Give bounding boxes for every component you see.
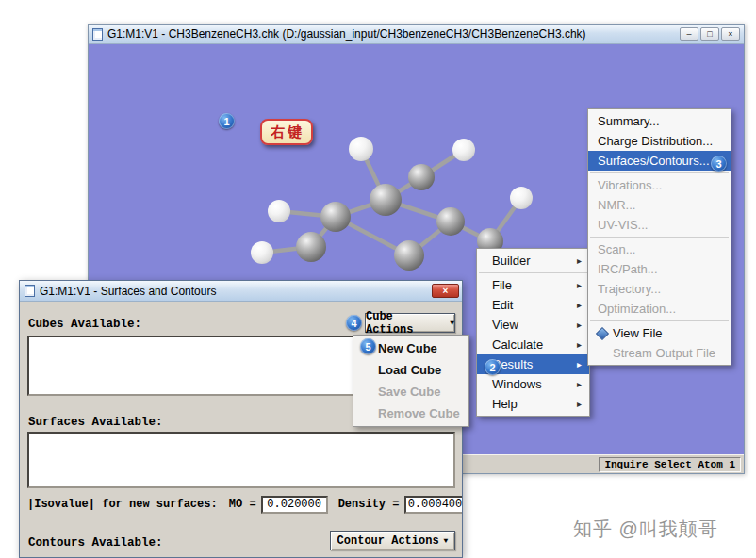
step-badge-1: 1 (219, 113, 235, 129)
zhihu-watermark: 知乎 @叫我颠哥 (573, 517, 718, 542)
menu-item-stream-output-file[interactable]: Stream Output File (588, 343, 731, 363)
density-label: Density = (338, 498, 400, 511)
menu-item-trajectory[interactable]: Trajectory... (588, 279, 731, 299)
dialog-title: G1:M1:V1 - Surfaces and Contours (40, 285, 432, 298)
menu-item-label: UV-VIS... (598, 218, 723, 232)
cube-actions-button[interactable]: Cube Actions ▼ (365, 313, 455, 333)
surfaces-available-label: Surfaces Available: (28, 416, 163, 429)
menu-item-scan[interactable]: Scan... (588, 239, 731, 259)
carbon-atom[interactable] (370, 184, 402, 216)
menu-item-label: Summary... (598, 114, 723, 128)
menu-item-optimization[interactable]: Optimization... (588, 299, 731, 319)
menu-item-label: Builder (492, 254, 569, 268)
hydrogen-atom[interactable] (268, 200, 290, 222)
carbon-atom[interactable] (394, 240, 424, 271)
menu-item-uv-vis[interactable]: UV-VIS... (588, 215, 731, 235)
step-badge-4: 4 (346, 315, 362, 331)
maximize-button[interactable]: □ (700, 27, 719, 41)
dropdown-arrow-icon: ▼ (450, 319, 454, 327)
menu-item-surfaces-contours[interactable]: Surfaces/Contours... (588, 151, 731, 171)
surfaces-listbox[interactable] (27, 432, 455, 488)
density-isovalue-input[interactable] (404, 496, 463, 514)
carbon-atom[interactable] (408, 164, 435, 190)
cube-actions-label: Cube Actions (366, 310, 445, 336)
submenu-arrow-icon: ▸ (577, 300, 582, 310)
menu-item-calculate[interactable]: Calculate ▸ (477, 335, 589, 354)
menu-item-label: View File (613, 326, 723, 340)
hydrogen-atom[interactable] (452, 139, 475, 161)
menu-item-label: Edit (492, 298, 569, 312)
dropdown-arrow-icon: ▼ (444, 536, 449, 545)
menu-item-label: View (492, 318, 569, 332)
menu-item-edit[interactable]: Edit ▸ (477, 295, 589, 315)
menu-separator (479, 272, 587, 273)
menu-item-summary[interactable]: Summary... (588, 111, 731, 131)
menu-item-charge-distribution[interactable]: Charge Distribution... (588, 131, 731, 151)
menu-item-label: Save Cube (378, 385, 461, 399)
icon-placeholder (596, 346, 609, 359)
close-button[interactable]: × (721, 27, 740, 41)
menu-item-builder[interactable]: Builder ▸ (477, 251, 589, 271)
cubes-available-label: Cubes Available: (28, 318, 141, 331)
menu-item-label: NMR... (598, 198, 723, 212)
dialog-close-button[interactable]: × (432, 284, 459, 298)
menu-item-label: IRC/Path... (598, 262, 723, 276)
menu-item-label: Vibrations... (598, 178, 723, 192)
main-window-title: G1:M1:V1 - CH3BenzeneCH3.chk (D:/gaussia… (107, 27, 680, 41)
contour-actions-label: Contour Actions (337, 534, 439, 548)
menu-item-file[interactable]: File ▸ (477, 275, 589, 295)
submenu-arrow-icon: ▸ (577, 379, 582, 389)
menu-item-vibrations[interactable]: Vibrations... (588, 175, 731, 195)
menu-item-load-cube[interactable]: Load Cube (353, 359, 468, 381)
menu-item-label: Trajectory... (598, 282, 723, 296)
menu-item-label: Calculate (492, 337, 569, 352)
submenu-arrow-icon: ▸ (577, 339, 582, 350)
menu-item-help[interactable]: Help ▸ (477, 394, 589, 414)
hydrogen-atom[interactable] (510, 187, 533, 209)
menu-item-label: Stream Output File (613, 346, 723, 360)
step-badge-5: 5 (360, 338, 376, 354)
menu-item-remove-cube[interactable]: Remove Cube (353, 402, 468, 424)
step-badge-3: 3 (711, 156, 727, 172)
menu-item-label: Results (492, 357, 569, 371)
right-click-annotation: 右键 (260, 119, 313, 145)
menu-item-label: Charge Distribution... (598, 134, 723, 148)
step-badge-2: 2 (485, 359, 501, 375)
carbon-atom[interactable] (320, 202, 351, 232)
menu-separator (590, 320, 729, 321)
mo-label: MO = (229, 498, 256, 511)
carbon-atom[interactable] (296, 232, 326, 262)
menu-item-save-cube[interactable]: Save Cube (353, 381, 468, 402)
menu-item-irc-path[interactable]: IRC/Path... (588, 259, 731, 279)
menu-separator (590, 237, 729, 238)
hydrogen-atom[interactable] (349, 137, 373, 161)
menu-item-nmr[interactable]: NMR... (588, 195, 731, 215)
view-file-icon (596, 326, 609, 339)
menu-separator (590, 172, 729, 173)
hydrogen-atom[interactable] (251, 241, 273, 264)
menu-item-view[interactable]: View ▸ (477, 315, 589, 335)
menu-item-label: New Cube (378, 341, 461, 355)
menu-item-label: Optimization... (598, 302, 723, 316)
isovalue-label: |Isovalue| for new surfaces: (27, 498, 224, 511)
contour-actions-button[interactable]: Contour Actions ▼ (330, 531, 455, 550)
minimize-button[interactable]: – (680, 27, 698, 41)
submenu-arrow-icon: ▸ (577, 359, 582, 369)
menu-item-view-file[interactable]: View File (588, 323, 731, 343)
mo-isovalue-input[interactable] (261, 496, 328, 514)
main-window-titlebar[interactable]: G1:M1:V1 - CH3BenzeneCH3.chk (D:/gaussia… (89, 25, 744, 44)
menu-item-label: File (492, 278, 569, 292)
contours-available-label: Contours Available: (28, 536, 163, 550)
isovalue-row: |Isovalue| for new surfaces: MO = Densit… (27, 495, 457, 514)
gaussview-file-icon (92, 28, 103, 41)
dialog-titlebar[interactable]: G1:M1:V1 - Surfaces and Contours × (20, 281, 462, 302)
carbon-atom[interactable] (436, 207, 465, 236)
menu-item-label: Surfaces/Contours... (598, 154, 723, 168)
menu-item-label: Help (492, 397, 569, 411)
menu-item-label: Remove Cube (378, 406, 461, 420)
status-inquire-cell: Inquire Select Atom 1 (599, 457, 741, 472)
submenu-arrow-icon: ▸ (577, 320, 582, 330)
submenu-arrow-icon: ▸ (577, 255, 582, 266)
menu-item-windows[interactable]: Windows ▸ (477, 374, 589, 394)
menu-item-label: Windows (492, 377, 569, 391)
